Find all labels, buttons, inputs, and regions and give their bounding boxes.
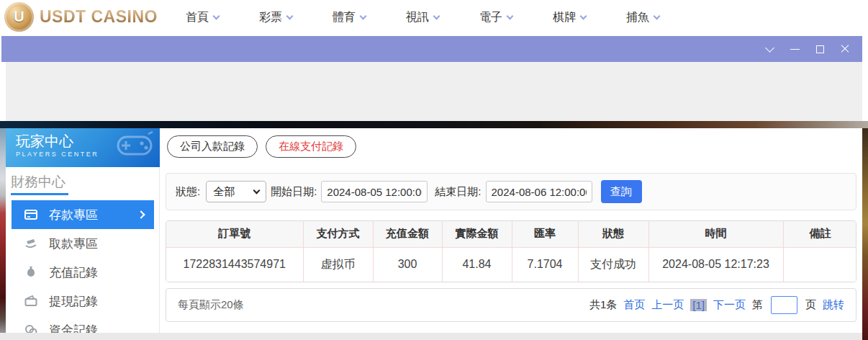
nav-item-label: 視訊: [406, 10, 429, 25]
pagination-bar: 每頁顯示20條 共1条 首页 上一页 [1] 下一页 第 页 跳转: [166, 288, 856, 322]
page-size-text: 每頁顯示20條: [178, 298, 244, 312]
cell-actual-amount: 41.84: [442, 247, 512, 282]
cell-recharge-amount: 300: [373, 247, 442, 282]
background-right-sliver: [862, 128, 868, 340]
background-strip: [0, 121, 868, 128]
tab-company-deposit-records[interactable]: 公司入款記錄: [167, 135, 258, 158]
cell-order-number: 1722831443574971: [166, 247, 303, 282]
cell-payment-method: 虚拟币: [303, 247, 373, 282]
col-remark: 備註: [783, 221, 856, 247]
nav-item-label: 棋牌: [553, 10, 576, 25]
col-recharge-amount: 充值金額: [373, 221, 442, 247]
chevron-down-icon: [213, 12, 220, 19]
nav-item-label: 彩票: [259, 10, 282, 25]
col-actual-amount: 實際金額: [442, 221, 512, 247]
logo-monogram: U: [14, 9, 24, 25]
site-logo[interactable]: U USDT CASINO: [4, 2, 158, 32]
cell-remark: [783, 247, 856, 282]
total-count-text: 共1条: [589, 298, 617, 312]
wallet-icon: [24, 295, 37, 308]
logo-text: USDT CASINO: [40, 7, 158, 27]
chevron-down-icon: [507, 12, 514, 19]
sidebar-item-label: 存款專區: [49, 207, 98, 223]
moneybag-icon: [24, 266, 37, 279]
section-underline: [11, 193, 68, 195]
jump-suffix-text: 页: [805, 298, 816, 312]
sidebar: 玩家中心 PLAYERS CENTER 財務中心 存款專區: [6, 128, 160, 333]
page-bottom-strip: [0, 333, 862, 340]
close-button[interactable]: [839, 43, 851, 55]
prev-page-link[interactable]: 上一页: [651, 298, 684, 312]
current-page-indicator: [1]: [690, 299, 707, 311]
col-order-number: 訂單號: [166, 221, 303, 247]
collapse-chevron-button[interactable]: [764, 43, 775, 55]
nav-item-live[interactable]: 視訊: [406, 10, 439, 25]
sidebar-section-title: 財務中心: [11, 173, 65, 192]
records-table: 訂單號 支付方式 充值金額 實際金額 匯率 狀態 時間 備註 172283144…: [166, 220, 856, 282]
nav-item-lottery[interactable]: 彩票: [259, 10, 292, 25]
chevron-down-icon: [286, 12, 294, 19]
sidebar-item-deposit[interactable]: 存款專區: [12, 200, 154, 229]
cell-time: 2024-08-05 12:17:23: [648, 247, 783, 282]
chevron-down-icon: [433, 12, 440, 19]
col-status: 狀態: [578, 221, 648, 247]
modal-titlebar[interactable]: [1, 36, 862, 62]
next-page-link[interactable]: 下一页: [713, 298, 746, 312]
collapse-chevron-icon: [765, 43, 774, 53]
nav-item-cards[interactable]: 棋牌: [553, 10, 586, 25]
withdraw-hand-icon: [24, 237, 37, 250]
pager: 共1条 首页 上一页 [1] 下一页 第 页 跳转: [589, 296, 844, 314]
nav-item-slots[interactable]: 電子: [479, 10, 512, 25]
sidebar-item-label: 提現記錄: [49, 293, 98, 310]
jump-button[interactable]: 跳转: [823, 298, 844, 312]
search-button[interactable]: 查詢: [601, 180, 642, 203]
nav-item-label: 捕魚: [626, 10, 649, 25]
status-select-value: 全部: [213, 185, 235, 199]
jump-page-input[interactable]: [771, 296, 797, 314]
deposit-card-icon: [24, 208, 37, 221]
jump-prefix-text: 第: [752, 298, 763, 312]
sidebar-header: 玩家中心 PLAYERS CENTER: [6, 128, 160, 167]
sidebar-item-recharge-records[interactable]: 充值記錄: [12, 258, 154, 287]
nav-item-label: 首頁: [186, 10, 209, 25]
sidebar-item-withdraw[interactable]: 取款專區: [12, 229, 154, 258]
chevron-right-icon: [137, 210, 145, 218]
table-header-row: 訂單號 支付方式 充值金額 實際金額 匯率 狀態 時間 備註: [166, 221, 856, 247]
background-left-sliver: [0, 128, 6, 340]
sidebar-item-label: 取款專區: [49, 236, 98, 252]
content-area: 公司入款記錄 在線支付記錄 狀態: 全部 開始日期: 結束日期: 查詢: [166, 128, 862, 333]
minimize-icon: [790, 49, 800, 50]
status-select[interactable]: 全部: [206, 181, 266, 202]
maximize-button[interactable]: [814, 43, 826, 55]
filter-bar: 狀態: 全部 開始日期: 結束日期: 查詢: [166, 173, 856, 210]
table-row: 1722831443574971 虚拟币 300 41.84 7.1704 支付…: [166, 247, 856, 282]
nav-item-label: 電子: [479, 10, 502, 25]
sidebar-item-label: 充值記錄: [49, 264, 98, 281]
chevron-down-icon: [580, 12, 587, 19]
end-date-input[interactable]: [486, 181, 592, 202]
nav-item-label: 體育: [333, 10, 356, 25]
col-exchange-rate: 匯率: [512, 221, 578, 247]
nav-item-fishing[interactable]: 捕魚: [626, 10, 659, 25]
nav-item-home[interactable]: 首頁: [186, 10, 219, 25]
usdt-coin-logo-icon: U: [4, 2, 34, 32]
status-label: 狀態:: [176, 185, 200, 199]
cell-exchange-rate: 7.1704: [512, 247, 578, 282]
record-tabs: 公司入款記錄 在線支付記錄: [167, 135, 356, 158]
start-date-input[interactable]: [321, 181, 428, 202]
chevron-down-icon: [654, 12, 661, 19]
maximize-icon: [816, 45, 824, 53]
gamepad-icon: [114, 131, 155, 160]
select-caret-icon: [253, 187, 261, 194]
nav-item-sports[interactable]: 體育: [333, 10, 366, 25]
first-page-link[interactable]: 首页: [623, 298, 645, 312]
sidebar-item-withdrawal-records[interactable]: 提現記錄: [12, 287, 154, 316]
start-date-label: 開始日期:: [271, 185, 317, 199]
end-date-label: 結束日期:: [435, 185, 481, 199]
site-navbar: U USDT CASINO 首頁 彩票 體育 視訊 電子 棋牌 捕魚: [0, 0, 868, 35]
col-time: 時間: [648, 221, 783, 247]
minimize-button[interactable]: [789, 43, 800, 55]
main-menu: 首頁 彩票 體育 視訊 電子 棋牌 捕魚: [186, 0, 659, 35]
tab-online-payment-records[interactable]: 在線支付記錄: [266, 135, 356, 158]
sidebar-menu: 存款專區 取款專區 充值記錄 提現記錄: [12, 200, 154, 340]
